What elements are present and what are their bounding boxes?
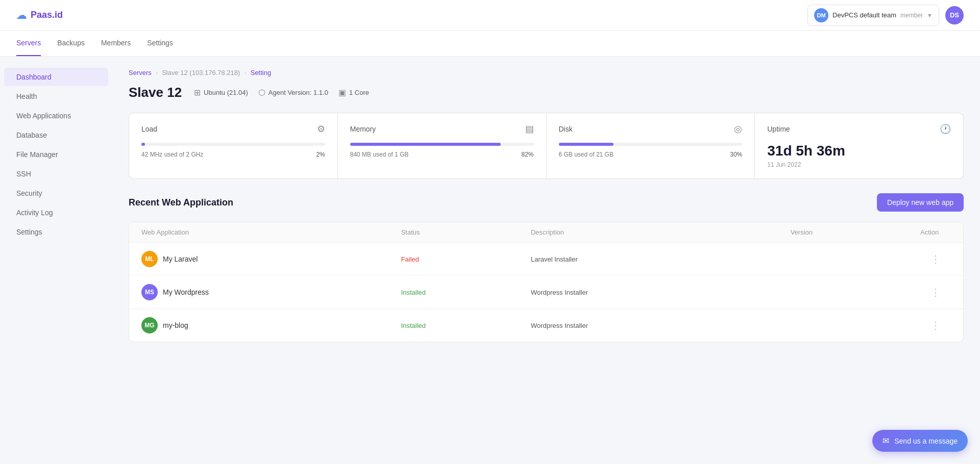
status-failed-my-laravel: Failed (401, 255, 531, 263)
sidebar-item-ssh[interactable]: SSH (4, 165, 108, 183)
sidebar-item-health[interactable]: Health (4, 87, 108, 106)
tab-servers[interactable]: Servers (16, 31, 41, 56)
server-meta: ⊞ Ubuntu (21.04) ⬡ Agent Version: 1.1.0 … (194, 88, 369, 97)
breadcrumb-sep-1: › (156, 69, 158, 76)
table-header: Web Application Status Description Versi… (129, 222, 963, 243)
layers-icon: ⊞ (194, 88, 201, 97)
stat-memory-pct: 82% (521, 151, 533, 158)
stat-uptime-header: Uptime 🕐 (767, 123, 951, 135)
stat-load-used: 42 MHz used of 2 GHz (141, 151, 203, 158)
sidebar-item-database[interactable]: Database (4, 126, 108, 144)
status-installed-my-wordpress: Installed (401, 289, 531, 296)
app-label-my-laravel: My Laravel (163, 255, 198, 263)
col-description: Description (531, 228, 791, 236)
nav-tabs: Servers Backups Members Settings (0, 31, 980, 57)
sidebar-item-settings[interactable]: Settings (4, 223, 108, 241)
chat-label: Send us a message (894, 437, 958, 445)
server-os: ⊞ Ubuntu (21.04) (194, 88, 248, 97)
action-menu-my-blog[interactable]: ⋮ (920, 319, 951, 331)
chat-icon: ✉ (883, 436, 889, 446)
tab-members[interactable]: Members (101, 31, 131, 56)
stat-disk-used: 6 GB used of 21 GB (559, 151, 614, 158)
disk-stat-icon: ◎ (734, 123, 742, 135)
stat-disk-header: Disk ◎ (559, 123, 743, 135)
team-avatar: DM (814, 8, 828, 22)
breadcrumb-slave[interactable]: Slave 12 (103.176.78.218) (162, 69, 240, 76)
stat-load-header: Load ⚙ (141, 123, 325, 135)
logo-text: Paas.id (31, 10, 63, 20)
breadcrumb-servers[interactable]: Servers (129, 69, 152, 76)
action-menu-my-wordpress[interactable]: ⋮ (920, 286, 951, 298)
sidebar-item-file-manager[interactable]: File Manager (4, 145, 108, 164)
app-avatar-mg: MG (141, 317, 158, 333)
section-title: Recent Web Application (129, 197, 233, 208)
chat-widget[interactable]: ✉ Send us a message (872, 430, 968, 452)
sidebar: Dashboard Health Web Applications Databa… (0, 57, 112, 464)
stat-disk-label: Disk (559, 125, 573, 133)
breadcrumb: Servers › Slave 12 (103.176.78.218) › Se… (129, 69, 964, 76)
breadcrumb-sep-2: › (244, 69, 246, 76)
description-my-laravel: Laravel Installer (531, 255, 791, 263)
stat-uptime-label: Uptime (767, 125, 790, 133)
memory-progress-fill (350, 143, 501, 146)
stat-memory-header: Memory ▤ (350, 123, 534, 135)
breadcrumb-setting[interactable]: Setting (251, 69, 271, 76)
memory-progress-bg (350, 143, 534, 146)
uptime-date: 11 Jun 2022 (767, 161, 951, 168)
user-avatar[interactable]: DS (945, 6, 964, 24)
logo-icon: ☁ (16, 9, 27, 21)
app-avatar-ms: MS (141, 284, 158, 300)
stats-grid: Load ⚙ 42 MHz used of 2 GHz 2% Memory ▤ (129, 113, 964, 179)
stat-load: Load ⚙ 42 MHz used of 2 GHz 2% (129, 113, 337, 178)
stat-disk: Disk ◎ 6 GB used of 21 GB 30% (547, 113, 755, 178)
header-right: DM DevPCS default team member ▼ DS (807, 5, 964, 26)
disk-progress-bg (559, 143, 743, 146)
sidebar-item-security[interactable]: Security (4, 184, 108, 202)
load-progress-fill (141, 143, 145, 146)
stat-memory: Memory ▤ 840 MB used of 1 GB 82% (338, 113, 546, 178)
col-status: Status (401, 228, 531, 236)
web-apps-table: Web Application Status Description Versi… (129, 222, 964, 342)
stat-uptime: Uptime 🕐 31d 5h 36m 11 Jun 2022 (755, 113, 963, 178)
stat-disk-detail: 6 GB used of 21 GB 30% (559, 151, 743, 158)
col-version: Version (791, 228, 920, 236)
col-web-application: Web Application (141, 228, 401, 236)
agent-icon: ⬡ (258, 88, 265, 97)
team-role: member (900, 12, 923, 19)
tab-settings[interactable]: Settings (147, 31, 173, 56)
status-installed-my-blog: Installed (401, 322, 531, 329)
app-name-my-wordpress: MS My Wordpress (141, 284, 401, 300)
stat-memory-label: Memory (350, 125, 376, 133)
stat-memory-used: 840 MB used of 1 GB (350, 151, 409, 158)
uptime-value: 31d 5h 36m (767, 143, 951, 159)
team-selector[interactable]: DM DevPCS default team member ▼ (807, 5, 939, 26)
sidebar-item-activity-log[interactable]: Activity Log (4, 203, 108, 222)
app-name-my-blog: MG my-blog (141, 317, 401, 333)
server-title: Slave 12 (129, 85, 182, 100)
cpu-icon: ▣ (338, 88, 346, 97)
chevron-down-icon: ▼ (927, 12, 933, 18)
app-label-my-wordpress: My Wordpress (163, 288, 209, 296)
server-cores: ▣ 1 Core (338, 88, 369, 97)
disk-progress-fill (559, 143, 614, 146)
deploy-new-web-app-button[interactable]: Deploy new web app (877, 193, 964, 212)
table-row: MG my-blog Installed Wordpress Installer… (129, 309, 963, 342)
stat-load-label: Load (141, 125, 157, 133)
sidebar-item-web-applications[interactable]: Web Applications (4, 107, 108, 125)
sidebar-item-dashboard[interactable]: Dashboard (4, 68, 108, 86)
tab-backups[interactable]: Backups (57, 31, 85, 56)
main-content: Servers › Slave 12 (103.176.78.218) › Se… (112, 57, 980, 464)
stat-memory-detail: 840 MB used of 1 GB 82% (350, 151, 534, 158)
server-cores-label: 1 Core (349, 89, 369, 96)
server-os-label: Ubuntu (21.04) (204, 89, 248, 96)
team-name: DevPCS default team (832, 11, 896, 19)
stat-disk-pct: 30% (730, 151, 742, 158)
cpu-stat-icon: ⚙ (317, 123, 325, 135)
memory-stat-icon: ▤ (525, 123, 534, 135)
description-my-blog: Wordpress Installer (531, 322, 791, 329)
description-my-wordpress: Wordpress Installer (531, 289, 791, 296)
table-row: ML My Laravel Failed Laravel Installer ⋮ (129, 243, 963, 276)
load-progress-bg (141, 143, 325, 146)
action-menu-my-laravel[interactable]: ⋮ (920, 253, 951, 265)
server-agent-label: Agent Version: 1.1.0 (268, 89, 328, 96)
